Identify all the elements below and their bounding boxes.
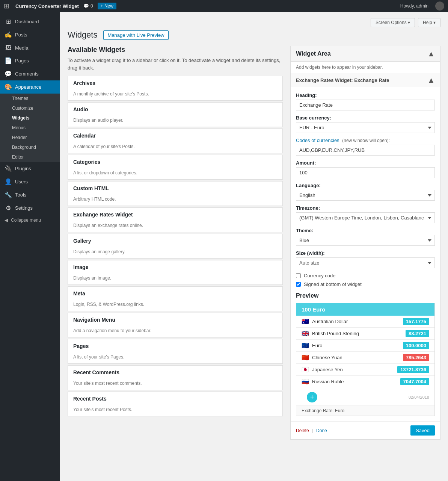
list-item[interactable]: Archives A monthly archive of your site'… xyxy=(68,76,283,101)
new-button[interactable]: + New xyxy=(98,3,116,9)
list-item[interactable]: Categories A list or dropdown of categor… xyxy=(68,155,283,180)
widget-item-desc: Displays an image. xyxy=(68,274,282,284)
list-item[interactable]: Meta Login, RSS, & WordPress.org links. xyxy=(68,286,283,311)
help-button[interactable]: Help ▾ xyxy=(418,18,440,27)
sidebar-item-tools[interactable]: 🔧 Tools xyxy=(0,188,60,201)
currency-value: 785.2643 xyxy=(403,354,429,361)
list-item[interactable]: Gallery Displays an image gallery. xyxy=(68,234,283,259)
submenu-customize[interactable]: Customize xyxy=(0,103,60,113)
list-item[interactable]: Navigation Menu Add a navigation menu to… xyxy=(68,313,283,337)
list-item[interactable]: Custom HTML Arbitrary HTML code. xyxy=(68,181,283,206)
currency-label: Japanese Yen xyxy=(312,367,343,372)
collapse-menu-button[interactable]: ◀ Collapse menu xyxy=(0,215,60,226)
widget-area-collapse-icon[interactable]: ▲ xyxy=(427,50,435,57)
preview-currency-row: 🇬🇧 British Pound Sterling 88.2721 xyxy=(296,328,434,340)
sidebar-item-users[interactable]: 👤 Users xyxy=(0,175,60,188)
exchange-widget-collapse-icon[interactable]: ▲ xyxy=(427,76,435,84)
heading-label: Heading: xyxy=(296,92,435,98)
size-select[interactable]: Auto size 100px 200px 300px xyxy=(296,257,435,268)
preview-currency-row: 🇯🇵 Japanese Yen 13721.8736 xyxy=(296,364,434,376)
widget-item-desc: A monthly archive of your site's Posts. xyxy=(68,90,282,100)
list-item[interactable]: Image Displays an image. xyxy=(68,260,283,285)
amount-input[interactable] xyxy=(296,167,435,178)
sidebar-item-settings[interactable]: ⚙ Settings xyxy=(0,201,60,215)
signed-checkbox[interactable] xyxy=(296,282,301,287)
currency-label: Russian Ruble xyxy=(312,379,344,384)
list-item[interactable]: Recent Posts Your site's most recent Pos… xyxy=(68,392,283,416)
widget-area-panel: Widget Area ▲ Add widgets here to appear… xyxy=(290,46,440,440)
base-currency-select[interactable]: EUR - Euro USD - Dollar GBP - British Po… xyxy=(296,122,435,133)
timezone-row: Timezone: (GMT) Western Europe Time, Lon… xyxy=(296,205,435,223)
submenu-editor[interactable]: Editor xyxy=(0,152,60,162)
sidebar-item-dashboard[interactable]: ⊞ Dashboard xyxy=(0,15,60,28)
sidebar-item-media[interactable]: 🖼 Media xyxy=(0,41,60,54)
submenu-menus[interactable]: Menus xyxy=(0,123,60,133)
available-widgets-description: To activate a widget drag it to a sideba… xyxy=(68,57,283,71)
codes-row: Codes of currencies (new window will ope… xyxy=(296,138,435,156)
delete-link[interactable]: Delete xyxy=(296,428,309,433)
submenu-widgets[interactable]: Widgets xyxy=(0,113,60,123)
timezone-select[interactable]: (GMT) Western Europe Time, London, Lisbo… xyxy=(296,212,435,223)
exchange-widget-header[interactable]: Exchange Rates Widget: Exchange Rate ▲ xyxy=(291,73,440,87)
widget-area-column: Widget Area ▲ Add widgets here to appear… xyxy=(290,46,440,440)
widget-item-desc: Displays an exchange rates online. xyxy=(68,221,282,232)
list-item[interactable]: Audio Displays an audio player. xyxy=(68,102,283,127)
sidebar-item-label: Media xyxy=(15,45,28,51)
currency-value: 7047.7004 xyxy=(400,378,429,385)
timezone-label: Timezone: xyxy=(296,205,435,211)
collapse-label: Collapse menu xyxy=(11,218,41,223)
sidebar-item-posts[interactable]: ✍ Posts xyxy=(0,28,60,41)
list-item[interactable]: Exchange Rates Widget Displays an exchan… xyxy=(68,207,283,232)
submenu-header[interactable]: Header xyxy=(0,133,60,142)
list-item[interactable]: Pages A list of your site's Pages. xyxy=(68,339,283,364)
submenu-background[interactable]: Background xyxy=(0,142,60,152)
pages-icon: 📄 xyxy=(5,57,12,64)
list-item[interactable]: Recent Comments Your site's most recent … xyxy=(68,365,283,390)
signed-label: Signed at bottom of widget xyxy=(304,281,362,287)
sidebar-item-label: Pages xyxy=(15,58,29,64)
widget-list: Archives A monthly archive of your site'… xyxy=(68,76,283,416)
widget-item-desc: Your site's most recent Posts. xyxy=(68,405,282,416)
theme-select[interactable]: Blue Green Red Dark xyxy=(296,235,435,246)
theme-label: Theme: xyxy=(296,228,435,233)
currency-code-checkbox[interactable] xyxy=(296,273,301,278)
codes-link[interactable]: Codes of currencies xyxy=(296,138,339,143)
currency-code-row: Currency code xyxy=(296,273,435,278)
done-link[interactable]: Done xyxy=(316,428,327,433)
collapse-icon: ◀ xyxy=(5,218,8,223)
currency-value: 13721.8736 xyxy=(397,366,429,373)
comments-bar-item[interactable]: 💬 0 xyxy=(83,3,93,9)
widget-item-name: Recent Comments xyxy=(68,366,282,379)
dashboard-icon: ⊞ xyxy=(5,18,12,25)
currency-label: Euro xyxy=(312,343,322,348)
sidebar-item-label: Appearance xyxy=(15,84,41,90)
preview-date: 02/04/2018 xyxy=(409,395,429,399)
language-select[interactable]: English French German xyxy=(296,190,435,201)
pipe: | xyxy=(312,428,313,433)
currency-name: 🇬🇧 British Pound Sterling xyxy=(302,330,359,337)
preview-title: Preview xyxy=(296,292,435,299)
screen-options-button[interactable]: Screen Options ▾ xyxy=(371,18,415,27)
widget-item-name: Archives xyxy=(68,76,282,90)
list-item[interactable]: Calendar A calendar of your site's Posts… xyxy=(68,129,283,153)
language-row: Language: English French German xyxy=(296,183,435,201)
sidebar-item-plugins[interactable]: 🔌 Plugins xyxy=(0,162,60,175)
preview-widget: 100 Euro 🇦🇺 Australian Dollar 157.1775 🇬… xyxy=(296,303,435,416)
manage-live-preview-button[interactable]: Manage with Live Preview xyxy=(103,30,168,40)
saved-button[interactable]: Saved xyxy=(410,425,435,436)
tools-icon: 🔧 xyxy=(5,191,12,198)
widget-area-title: Widget Area xyxy=(296,50,331,57)
preview-add-button[interactable]: + xyxy=(307,392,317,402)
widget-item-name: Audio xyxy=(68,103,282,116)
heading-input[interactable] xyxy=(296,100,435,110)
page-header: Widgets Manage with Live Preview xyxy=(68,30,440,40)
sidebar-item-appearance[interactable]: 🎨 Appearance xyxy=(0,80,60,94)
site-name[interactable]: Currency Converter Widget xyxy=(15,3,79,9)
wp-logo-icon[interactable]: ⊞ xyxy=(4,2,9,10)
sidebar-item-comments[interactable]: 💬 Comments xyxy=(0,67,60,80)
widget-item-desc: A calendar of your site's Posts. xyxy=(68,142,282,153)
codes-input[interactable] xyxy=(296,145,435,156)
widget-item-name: Exchange Rates Widget xyxy=(68,208,282,221)
submenu-themes[interactable]: Themes xyxy=(0,94,60,103)
sidebar-item-pages[interactable]: 📄 Pages xyxy=(0,54,60,67)
